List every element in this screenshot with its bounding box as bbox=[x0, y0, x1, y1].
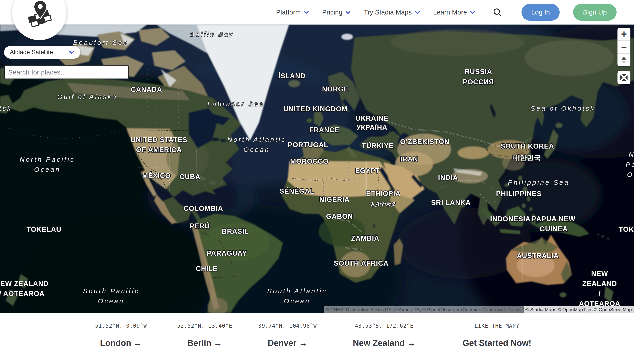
login-button[interactable]: Log In bbox=[521, 4, 560, 21]
nav-item-learn-more[interactable]: Learn More bbox=[433, 9, 475, 16]
nav-item-label: Platform bbox=[276, 9, 301, 16]
site-header: PlatformPricingTry Stadia MapsLearn More… bbox=[0, 0, 634, 24]
city-link[interactable]: New Zealand → bbox=[353, 338, 416, 348]
nav-item-label: Try Stadia Maps bbox=[364, 9, 412, 16]
city-link[interactable]: Get Started Now! bbox=[463, 338, 531, 348]
nav-item-label: Pricing bbox=[322, 9, 343, 16]
attribution-separator: | bbox=[521, 306, 523, 313]
footer-card: 39.74°N, 104.98°WDenver → bbox=[258, 313, 317, 348]
chevron-down-icon bbox=[415, 11, 420, 14]
map-canvas[interactable]: ÍSLANDRUSSIAРОССИЯNORGECANADAUNITED KING… bbox=[0, 24, 634, 313]
tiles-credit[interactable]: © Stadia Maps © OpenMapTiles © OpenStree… bbox=[524, 306, 634, 313]
city-coordinates: 43.53°S, 172.62°E bbox=[353, 323, 416, 329]
city-links-footer: 51.52°N, 0.09°WLondon →52.52°N, 13.40°EB… bbox=[0, 313, 634, 364]
footer-card: 52.52°N, 13.40°EBerlin → bbox=[177, 313, 232, 348]
city-link[interactable]: Denver → bbox=[268, 338, 307, 348]
fullscreen-button[interactable] bbox=[617, 71, 630, 84]
signup-button[interactable]: Sign Up bbox=[573, 4, 616, 21]
search-icon[interactable] bbox=[492, 7, 502, 17]
city-coordinates: 52.52°N, 13.40°E bbox=[177, 323, 232, 329]
fullscreen-icon bbox=[620, 74, 628, 82]
footer-card: 51.52°N, 0.09°WLondon → bbox=[95, 313, 147, 348]
city-link[interactable]: London → bbox=[100, 338, 142, 348]
nav-item-try-stadia-maps[interactable]: Try Stadia Maps bbox=[364, 9, 420, 16]
pitch-toggle-button[interactable] bbox=[617, 53, 630, 66]
imagery-credit: © CNES, Distribution Airbus DS, © Airbus… bbox=[324, 306, 521, 313]
footer-card: 43.53°S, 172.62°ENew Zealand → bbox=[353, 313, 416, 348]
nav-item-platform[interactable]: Platform bbox=[276, 9, 309, 16]
chevron-down-icon bbox=[346, 11, 351, 14]
nav-item-pricing[interactable]: Pricing bbox=[322, 9, 351, 16]
city-coordinates: 39.74°N, 104.98°W bbox=[258, 323, 317, 329]
zoom-in-button[interactable]: + bbox=[617, 28, 630, 40]
city-coordinates: 51.52°N, 0.09°W bbox=[95, 323, 147, 329]
map-style-selector[interactable]: Alidade Satellite bbox=[4, 46, 80, 59]
city-link[interactable]: Berlin → bbox=[187, 338, 222, 348]
pitch-arrows-icon bbox=[621, 56, 627, 64]
chevron-down-icon bbox=[304, 11, 309, 14]
city-coordinates: LIKE THE MAP? bbox=[463, 323, 531, 329]
nav-item-label: Learn More bbox=[433, 9, 467, 16]
search-input[interactable] bbox=[5, 66, 128, 78]
main-nav: PlatformPricingTry Stadia MapsLearn More bbox=[276, 9, 475, 16]
map-style-selector-value: Alidade Satellite bbox=[10, 49, 53, 56]
map-zoom-controls: + − bbox=[617, 28, 630, 66]
footer-card: LIKE THE MAP?Get Started Now! bbox=[463, 313, 531, 348]
map-pin-logo-icon bbox=[23, 0, 56, 32]
chevron-down-icon bbox=[470, 11, 475, 14]
zoom-out-button[interactable]: − bbox=[617, 40, 630, 53]
map-attribution: © CNES, Distribution Airbus DS, © Airbus… bbox=[324, 306, 634, 313]
map-search-box bbox=[4, 65, 129, 79]
chevron-down-icon bbox=[69, 50, 75, 54]
